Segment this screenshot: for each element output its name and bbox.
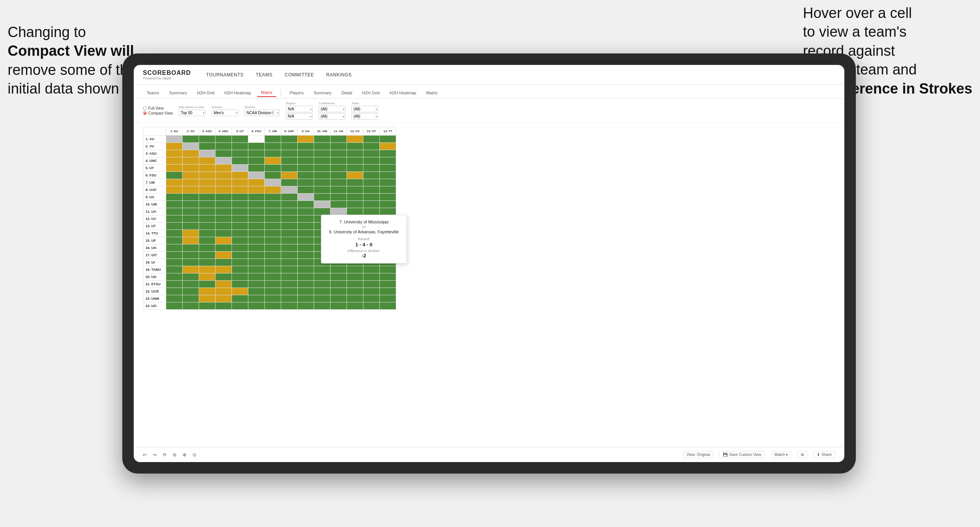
matrix-cell[interactable]: [380, 150, 396, 157]
matrix-cell[interactable]: [265, 157, 281, 165]
matrix-cell[interactable]: [298, 194, 314, 201]
matrix-cell[interactable]: [330, 208, 347, 215]
matrix-cell[interactable]: [281, 295, 298, 302]
matrix-cell[interactable]: [215, 295, 232, 302]
matrix-cell[interactable]: [363, 157, 380, 165]
matrix-cell[interactable]: [199, 208, 215, 215]
matrix-cell[interactable]: [232, 259, 248, 266]
matrix-cell[interactable]: [232, 252, 248, 259]
matrix-cell[interactable]: [248, 208, 265, 215]
matrix-cell[interactable]: [298, 273, 314, 281]
matrix-cell[interactable]: [265, 230, 281, 237]
nav-rankings[interactable]: RANKINGS: [326, 72, 352, 78]
matrix-cell[interactable]: [314, 136, 330, 143]
matrix-cell[interactable]: [215, 244, 232, 252]
matrix-cell[interactable]: [199, 136, 215, 143]
matrix-cell[interactable]: [166, 288, 183, 295]
matrix-cell[interactable]: [330, 273, 347, 281]
matrix-cell[interactable]: [215, 136, 232, 143]
subnav-summary1[interactable]: Summary: [165, 89, 191, 97]
matrix-cell[interactable]: [347, 288, 363, 295]
matrix-cell[interactable]: [265, 208, 281, 215]
matrix-cell[interactable]: [166, 179, 183, 186]
matrix-cell[interactable]: [199, 281, 215, 288]
matrix-cell[interactable]: [232, 237, 248, 244]
matrix-cell[interactable]: [298, 215, 314, 223]
matrix-cell[interactable]: [215, 266, 232, 273]
matrix-cell[interactable]: [248, 230, 265, 237]
matrix-cell[interactable]: [380, 266, 396, 273]
subnav-teams[interactable]: Teams: [143, 89, 163, 97]
matrix-cell[interactable]: [183, 150, 199, 157]
matrix-cell[interactable]: [232, 172, 248, 179]
matrix-cell[interactable]: [232, 288, 248, 295]
refresh-icon[interactable]: ⟳: [163, 452, 167, 457]
matrix-cell[interactable]: [281, 288, 298, 295]
matrix-cell[interactable]: [232, 273, 248, 281]
matrix-cell[interactable]: [166, 223, 183, 230]
matrix-cell[interactable]: [199, 186, 215, 194]
region-select1[interactable]: N/A: [286, 106, 313, 112]
matrix-cell[interactable]: [281, 172, 298, 179]
matrix-cell[interactable]: [363, 143, 380, 150]
matrix-cell[interactable]: [363, 288, 380, 295]
matrix-cell[interactable]: [380, 281, 396, 288]
matrix-cell[interactable]: [166, 302, 183, 310]
subnav-matrix1[interactable]: Matrix: [257, 89, 276, 97]
matrix-cell[interactable]: [363, 295, 380, 302]
matrix-cell[interactable]: [248, 179, 265, 186]
matrix-cell[interactable]: [347, 266, 363, 273]
matrix-cell[interactable]: [166, 244, 183, 252]
subnav-detail[interactable]: Detail: [338, 89, 356, 97]
matrix-cell[interactable]: [215, 302, 232, 310]
matrix-cell[interactable]: [265, 136, 281, 143]
matrix-cell[interactable]: [183, 295, 199, 302]
matrix-cell[interactable]: [347, 208, 363, 215]
matrix-cell[interactable]: [199, 157, 215, 165]
matrix-cell[interactable]: [281, 150, 298, 157]
matrix-cell[interactable]: [265, 244, 281, 252]
matrix-cell[interactable]: [166, 157, 183, 165]
matrix-cell[interactable]: [298, 208, 314, 215]
matrix-cell[interactable]: [199, 295, 215, 302]
matrix-cell[interactable]: [330, 288, 347, 295]
matrix-cell[interactable]: [314, 157, 330, 165]
matrix-cell[interactable]: [281, 252, 298, 259]
matrix-cell[interactable]: [281, 281, 298, 288]
matrix-cell[interactable]: [183, 143, 199, 150]
matrix-cell[interactable]: [314, 172, 330, 179]
view-original-btn[interactable]: View: Original: [683, 451, 714, 458]
matrix-cell[interactable]: [199, 237, 215, 244]
matrix-cell[interactable]: [281, 179, 298, 186]
matrix-cell[interactable]: [248, 143, 265, 150]
matrix-cell[interactable]: [380, 165, 396, 172]
matrix-cell[interactable]: [380, 186, 396, 194]
subnav-players[interactable]: Players: [286, 89, 308, 97]
matrix-cell[interactable]: [330, 136, 347, 143]
matrix-cell[interactable]: [183, 288, 199, 295]
matrix-cell[interactable]: [363, 150, 380, 157]
matrix-cell[interactable]: [215, 165, 232, 172]
matrix-cell[interactable]: [232, 136, 248, 143]
matrix-cell[interactable]: [363, 172, 380, 179]
matrix-cell[interactable]: [232, 281, 248, 288]
matrix-cell[interactable]: [183, 194, 199, 201]
matrix-cell[interactable]: [314, 194, 330, 201]
matrix-cell[interactable]: [281, 208, 298, 215]
matrix-cell[interactable]: [232, 208, 248, 215]
watch-btn[interactable]: Watch ▾: [771, 451, 792, 458]
matrix-cell[interactable]: [166, 172, 183, 179]
matrix-cell[interactable]: [363, 201, 380, 208]
matrix-cell[interactable]: [298, 136, 314, 143]
matrix-cell[interactable]: [380, 288, 396, 295]
matrix-cell[interactable]: [199, 215, 215, 223]
matrix-cell[interactable]: [314, 201, 330, 208]
matrix-cell[interactable]: [248, 295, 265, 302]
matrix-cell[interactable]: [298, 237, 314, 244]
matrix-cell[interactable]: [183, 165, 199, 172]
subnav-h2hgrid1[interactable]: H2H Grid: [193, 89, 218, 97]
matrix-cell[interactable]: [281, 157, 298, 165]
matrix-cell[interactable]: [380, 172, 396, 179]
matrix-cell[interactable]: [265, 273, 281, 281]
matrix-cell[interactable]: [199, 230, 215, 237]
